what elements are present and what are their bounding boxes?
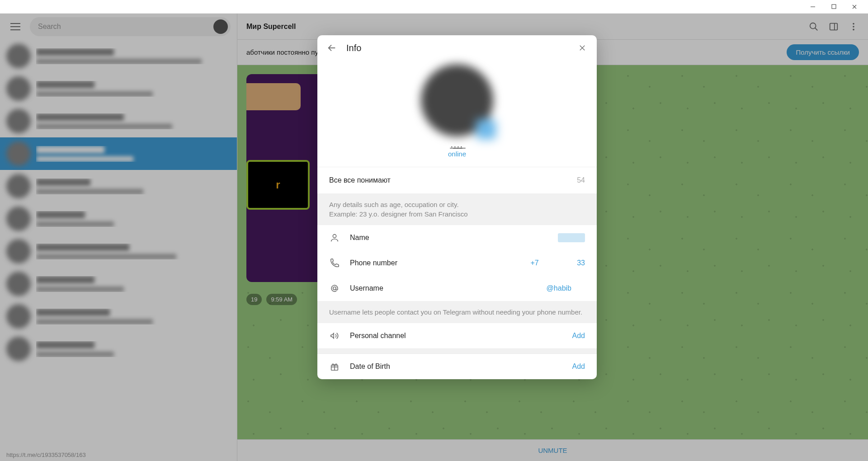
dob-add[interactable]: Add	[572, 362, 585, 371]
profile-section: .͟.͟.͟.͟ online	[317, 61, 597, 167]
username-prefix: @habib	[547, 284, 571, 292]
phone-prefix: +7	[531, 259, 541, 267]
window-maximize-button[interactable]	[824, 0, 844, 13]
phone-suffix: 33	[577, 259, 585, 267]
username-label: Username	[350, 284, 537, 292]
personal-channel-add[interactable]: Add	[572, 332, 585, 340]
dob-label: Date of Birth	[350, 362, 562, 371]
profile-name: .͟.͟.͟.͟	[451, 141, 463, 149]
svg-point-17	[333, 235, 336, 238]
profile-status: online	[448, 150, 466, 158]
username-value: @habib	[547, 284, 585, 293]
bio-text: Все все понимают	[329, 176, 577, 184]
window-close-button[interactable]	[844, 0, 864, 13]
phone-icon	[329, 258, 340, 268]
user-icon	[329, 232, 340, 243]
username-hint: Username lets people contact you on Tele…	[317, 301, 597, 323]
bio-row[interactable]: Все все понимают 54	[317, 167, 597, 193]
svg-point-18	[333, 287, 336, 290]
phone-value: +7 33	[531, 259, 585, 268]
bio-hint: Any details such as age, occupation or c…	[317, 193, 597, 225]
back-button[interactable]	[326, 42, 338, 54]
phone-row[interactable]: Phone number +7 33	[317, 250, 597, 276]
name-label: Name	[350, 234, 548, 242]
info-modal: Info .͟.͟.͟.͟ online Все все понимают 54…	[317, 35, 597, 379]
close-button[interactable]	[576, 42, 589, 54]
megaphone-icon	[329, 330, 340, 341]
profile-avatar[interactable]	[421, 64, 493, 136]
bio-char-limit: 54	[577, 176, 585, 184]
phone-label: Phone number	[350, 259, 521, 267]
username-row[interactable]: Username @habib	[317, 276, 597, 301]
modal-header: Info	[317, 35, 597, 61]
section-divider	[317, 348, 597, 354]
window-titlebar	[0, 0, 868, 14]
window-minimize-button[interactable]	[803, 0, 823, 13]
dob-row[interactable]: Date of Birth Add	[317, 354, 597, 379]
at-icon	[329, 283, 340, 294]
modal-title: Info	[346, 43, 361, 53]
gift-icon	[329, 361, 340, 372]
name-value	[558, 233, 585, 242]
name-row[interactable]: Name	[317, 225, 597, 250]
personal-channel-label: Personal channel	[350, 332, 562, 340]
personal-channel-row[interactable]: Personal channel Add	[317, 323, 597, 348]
svg-rect-1	[832, 5, 836, 9]
